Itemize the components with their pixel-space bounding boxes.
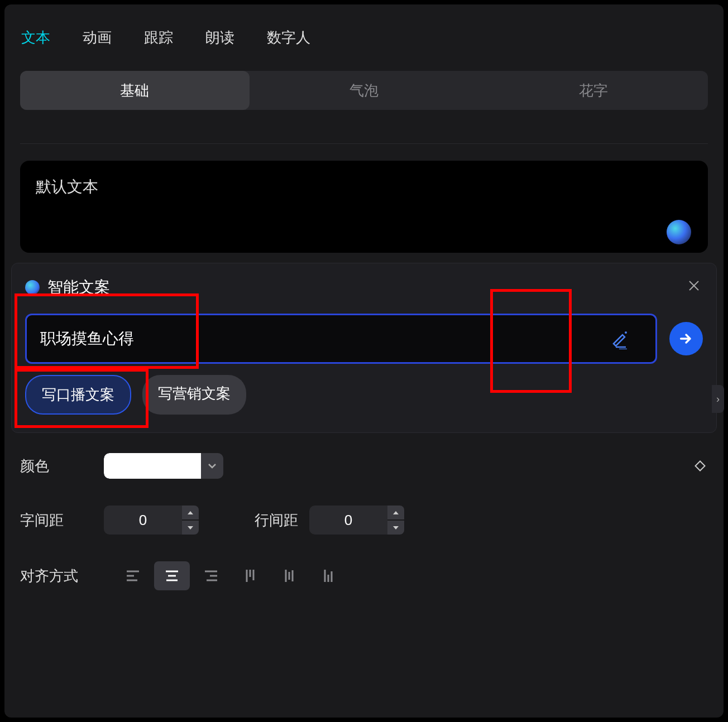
- align-vertical-top-icon[interactable]: [232, 561, 268, 590]
- svg-marker-9: [393, 526, 399, 530]
- divider: [20, 143, 708, 144]
- smart-panel-title: 智能文案: [47, 277, 110, 298]
- align-right-icon[interactable]: [193, 561, 229, 590]
- align-label: 对齐方式: [20, 566, 93, 586]
- letter-spacing-label: 字间距: [20, 511, 93, 530]
- close-icon[interactable]: [685, 277, 703, 295]
- expand-handle[interactable]: ›: [712, 385, 724, 413]
- svg-marker-6: [188, 511, 193, 514]
- align-center-icon[interactable]: [154, 561, 190, 590]
- top-tabs: 文本 动画 跟踪 朗读 数字人: [4, 4, 724, 71]
- magic-wand-icon[interactable]: [610, 329, 630, 349]
- stepper-up-icon[interactable]: [387, 506, 404, 519]
- text-value: 默认文本: [36, 178, 98, 195]
- ai-orb-icon[interactable]: [667, 220, 691, 244]
- svg-marker-8: [393, 511, 399, 514]
- smart-prompt-input[interactable]: [25, 314, 657, 364]
- svg-marker-7: [188, 526, 193, 530]
- sub-tabs: 基础 气泡 花字: [20, 71, 708, 110]
- text-panel: 文本 动画 跟踪 朗读 数字人 基础 气泡 花字 默认文本 智能文案: [4, 4, 724, 718]
- stepper-down-icon[interactable]: [387, 521, 404, 535]
- align-left-icon[interactable]: [115, 561, 151, 590]
- color-swatch: [104, 453, 201, 479]
- svg-rect-5: [696, 461, 705, 471]
- color-picker[interactable]: [104, 453, 223, 479]
- tab-read[interactable]: 朗读: [205, 28, 234, 47]
- subtab-basic[interactable]: 基础: [20, 71, 250, 110]
- line-spacing-stepper[interactable]: 0: [309, 506, 404, 535]
- stepper-down-icon[interactable]: [182, 521, 199, 535]
- letter-spacing-value[interactable]: 0: [104, 506, 182, 535]
- letter-spacing-stepper[interactable]: 0: [104, 506, 199, 535]
- align-vertical-center-icon[interactable]: [271, 561, 307, 590]
- stepper-up-icon[interactable]: [182, 506, 199, 519]
- tab-text[interactable]: 文本: [21, 28, 50, 47]
- keyframe-diamond-icon[interactable]: [692, 458, 708, 474]
- submit-button[interactable]: [669, 322, 703, 355]
- text-content-input[interactable]: 默认文本: [20, 161, 708, 253]
- tab-tracking[interactable]: 跟踪: [144, 28, 173, 47]
- chevron-down-icon[interactable]: [201, 453, 223, 479]
- pill-broadcast-copy[interactable]: 写口播文案: [25, 375, 131, 415]
- line-spacing-value[interactable]: 0: [309, 506, 387, 535]
- tab-avatar[interactable]: 数字人: [267, 28, 310, 47]
- svg-point-4: [625, 331, 627, 334]
- pill-marketing-copy[interactable]: 写营销文案: [142, 375, 246, 415]
- align-vertical-bottom-icon[interactable]: [310, 561, 346, 590]
- tab-animation[interactable]: 动画: [83, 28, 112, 47]
- line-spacing-label: 行间距: [255, 511, 298, 530]
- smart-copy-panel: 智能文案 › 写口播文案 写营销文案: [11, 263, 717, 433]
- subtab-bubble[interactable]: 气泡: [250, 71, 479, 110]
- orb-icon: [25, 280, 40, 295]
- color-label: 颜色: [20, 456, 93, 476]
- subtab-fancy[interactable]: 花字: [478, 71, 708, 110]
